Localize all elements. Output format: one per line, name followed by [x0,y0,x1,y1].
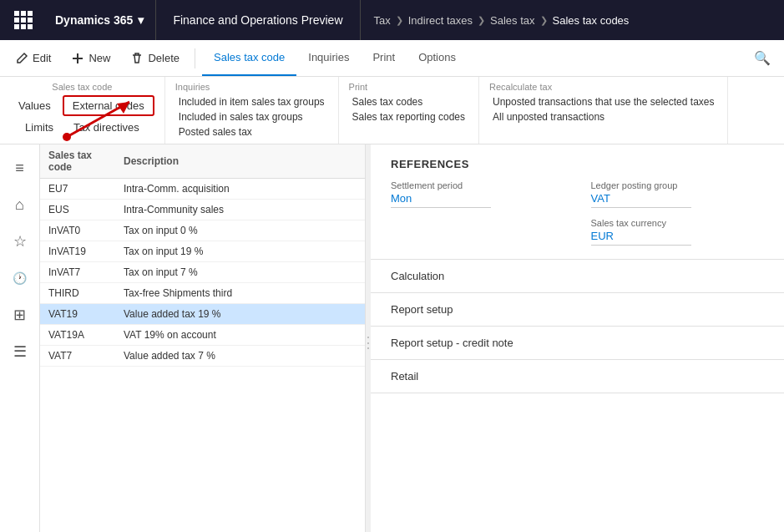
delete-icon [130,52,144,65]
settlement-period-label: Settlement period [391,180,564,190]
ledger-posting-group-value[interactable]: VAT [591,192,691,208]
collapsible-title-1: Report setup [391,303,453,316]
cell-desc: Tax on input 19 % [115,241,365,262]
ribbon-link-all-unposted[interactable]: All unposted transactions [489,110,718,124]
values-button[interactable]: Values [10,95,59,116]
workspaces-nav-button[interactable]: ⊞ [3,298,37,332]
edit-icon [15,52,28,65]
col-header-code: Sales tax code [40,144,115,179]
tab-sales-tax-code[interactable]: Sales tax code [202,40,296,76]
ribbon-recalculate-section: Recalculate tax Unposted transactions th… [479,77,729,144]
side-nav: ≡ ⌂ ☆ 🕐 ⊞ ☰ [0,144,40,532]
references-section: REFERENCES Settlement period Mon Ledger … [371,144,784,260]
collapsible-section-0[interactable]: Calculation [371,260,784,293]
tab-print[interactable]: Print [361,40,407,76]
cell-code: InVAT0 [40,220,115,241]
table-row[interactable]: EUS Intra-Community sales [40,200,365,220]
ribbon-print-links: Sales tax codes Sales tax reporting code… [349,95,468,124]
top-bar: Dynamics 365 ▾ Finance and Operations Pr… [0,0,784,40]
cell-desc: Tax on input 7 % [115,262,365,283]
ribbon-inquiries-section: Inquiries Included in item sales tax gro… [165,77,339,144]
delete-button[interactable]: Delete [122,47,188,70]
ribbon-link-posted-tax[interactable]: Posted sales tax [175,125,328,139]
table-row[interactable]: VAT19 Value added tax 19 % [40,304,365,325]
collapsible-title-2: Report setup - credit note [391,337,513,349]
breadcrumb-tax[interactable]: Tax [374,14,391,27]
table-row[interactable]: InVAT7 Tax on input 7 % [40,262,365,283]
collapsible-section-1[interactable]: Report setup [371,293,784,327]
references-grid: Settlement period Mon Ledger posting gro… [391,180,764,246]
ribbon-recalculate-links: Unposted transactions that use the selec… [489,95,718,124]
limits-button[interactable]: Limits [17,119,62,136]
breadcrumb-sep-3: ❯ [540,15,548,26]
ribbon-link-item-groups[interactable]: Included in item sales tax groups [175,95,328,109]
command-bar: Edit New Delete Sales tax code Inquiries… [0,40,784,77]
cell-code: VAT19 [40,304,115,325]
ribbon-link-print-reporting[interactable]: Sales tax reporting codes [349,110,468,124]
cell-code: InVAT7 [40,262,115,283]
external-codes-button[interactable]: External codes [63,95,154,116]
table-row[interactable]: THIRD Tax-free Shipments third [40,283,365,304]
ribbon-print-title: Print [349,82,468,92]
breadcrumb-sep-1: ❯ [396,15,403,26]
waffle-icon [14,11,33,29]
plus-icon [71,52,84,65]
tab-bar: Sales tax code Inquiries Print Options [202,40,744,76]
dynamics-label: Dynamics 365 [55,13,133,27]
cell-desc: Intra-Community sales [115,200,365,220]
table-row[interactable]: EU7 Intra-Comm. acquisition [40,179,365,200]
cell-code: EU7 [40,179,115,200]
recent-nav-button[interactable]: 🕐 [3,261,37,295]
cell-desc: Value added tax 19 % [115,304,365,325]
edit-button[interactable]: Edit [7,47,59,70]
ribbon-sales-tax-code-group: Sales tax code Values External codes Lim… [0,77,165,144]
cell-code: VAT19A [40,325,115,346]
sales-tax-currency-value[interactable]: EUR [591,230,691,246]
home-nav-button[interactable]: ⌂ [3,188,37,221]
breadcrumb-sales-tax-codes[interactable]: Sales tax codes [553,14,630,27]
breadcrumb: Tax ❯ Indirect taxes ❯ Sales tax ❯ Sales… [361,14,774,27]
cell-desc: Value added tax 7 % [115,346,365,367]
collapsible-section-3[interactable]: Retail [371,360,784,393]
cell-desc: Tax on input 0 % [115,220,365,241]
modules-nav-button[interactable]: ☰ [3,335,37,368]
dynamics-brand[interactable]: Dynamics 365 ▾ [43,0,156,40]
table-row[interactable]: InVAT0 Tax on input 0 % [40,220,365,241]
new-button[interactable]: New [63,47,119,70]
ribbon-print-section: Print Sales tax codes Sales tax reportin… [339,77,479,144]
favorites-nav-button[interactable]: ☆ [3,225,37,258]
tab-inquiries[interactable]: Inquiries [296,40,361,76]
settlement-period-value[interactable]: Mon [391,192,491,208]
cell-desc: VAT 19% on account [115,325,365,346]
sales-tax-currency-label: Sales tax currency [591,218,765,228]
table-row[interactable]: VAT19A VAT 19% on account [40,325,365,346]
ribbon: Sales tax code Values External codes Lim… [0,77,784,144]
app-title: Finance and Operations Preview [156,0,360,40]
hamburger-nav-button[interactable]: ≡ [3,151,37,185]
ribbon-inquiries-title: Inquiries [175,82,328,92]
breadcrumb-sales-tax[interactable]: Sales tax [490,14,534,27]
waffle-button[interactable] [10,7,37,33]
ribbon-link-sales-groups[interactable]: Included in sales tax groups [175,110,328,124]
settlement-period-field: Settlement period Mon [391,180,564,208]
ribbon-inquiries-links: Included in item sales tax groups Includ… [175,95,328,139]
collapsible-title-0: Calculation [391,270,444,282]
cell-desc: Intra-Comm. acquisition [115,179,365,200]
ribbon-link-print-codes[interactable]: Sales tax codes [349,95,468,109]
ribbon-recalculate-title: Recalculate tax [489,82,718,92]
cell-code: InVAT19 [40,241,115,262]
collapsible-title-3: Retail [391,370,418,383]
sales-tax-table: Sales tax code Description EU7 Intra-Com… [40,144,366,532]
main-layout: ≡ ⌂ ☆ 🕐 ⊞ ☰ Sales tax code Description E… [0,144,784,532]
brand-chevron-icon: ▾ [138,13,144,27]
ribbon-link-unposted-selected[interactable]: Unposted transactions that use the selec… [489,95,718,109]
tab-options[interactable]: Options [407,40,468,76]
collapsible-section-2[interactable]: Report setup - credit note [371,327,784,360]
ledger-posting-group-label: Ledger posting group [591,180,765,190]
tax-directives-button[interactable]: Tax directives [65,119,148,136]
references-title: REFERENCES [391,158,764,170]
breadcrumb-indirect-taxes[interactable]: Indirect taxes [408,14,473,27]
table-row[interactable]: VAT7 Value added tax 7 % [40,346,365,367]
table-row[interactable]: InVAT19 Tax on input 19 % [40,241,365,262]
search-button[interactable]: 🔍 [747,47,777,69]
